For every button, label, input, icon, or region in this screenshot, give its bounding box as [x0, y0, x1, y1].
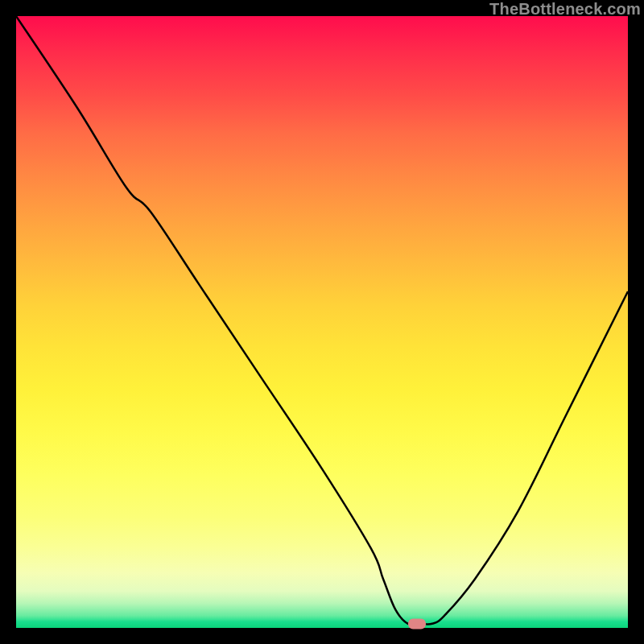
- plot-area: [16, 16, 628, 628]
- bottleneck-curve: [16, 16, 628, 628]
- optimal-point-marker: [408, 618, 426, 629]
- chart-container: TheBottleneck.com: [0, 0, 644, 644]
